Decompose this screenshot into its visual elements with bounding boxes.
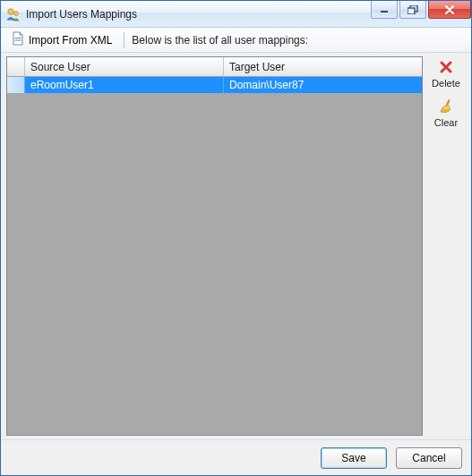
grid-body[interactable]: eRoomUser1 Domain\User87 <box>7 77 422 435</box>
table-row[interactable]: eRoomUser1 Domain\User87 <box>7 77 422 93</box>
clear-label: Clear <box>434 117 458 128</box>
document-icon <box>11 31 25 48</box>
column-header-source[interactable]: Source User <box>25 57 224 76</box>
delete-icon <box>437 58 455 76</box>
cell-target-user[interactable]: Domain\User87 <box>224 77 422 93</box>
grid-header-gutter <box>7 57 25 76</box>
close-button[interactable] <box>428 1 471 19</box>
import-from-xml-label: Import From XML <box>29 34 112 47</box>
app-icon <box>6 7 21 21</box>
cell-source-user[interactable]: eRoomUser1 <box>25 77 224 93</box>
toolbar: Import From XML Below is the list of all… <box>1 28 471 53</box>
footer: Save Cancel <box>1 439 471 475</box>
svg-rect-6 <box>15 40 21 41</box>
side-actions: Delete Clear <box>426 56 466 436</box>
row-gutter <box>7 77 25 93</box>
mappings-grid[interactable]: Source User Target User eRoomUser1 Domai… <box>6 56 423 436</box>
broom-icon <box>437 98 455 115</box>
column-header-target[interactable]: Target User <box>224 57 422 76</box>
window-title: Import Users Mappings <box>26 8 137 21</box>
dialog-window: Import Users Mappings <box>0 0 472 476</box>
svg-rect-4 <box>408 8 415 14</box>
toolbar-separator <box>124 32 124 48</box>
titlebar: Import Users Mappings <box>1 1 471 28</box>
clear-button[interactable]: Clear <box>434 98 458 128</box>
window-controls <box>371 1 471 27</box>
save-button[interactable]: Save <box>321 447 387 469</box>
grid-header: Source User Target User <box>7 57 422 77</box>
maximize-button[interactable] <box>399 1 426 19</box>
svg-point-1 <box>14 11 19 15</box>
cancel-button[interactable]: Cancel <box>396 447 462 469</box>
svg-rect-2 <box>381 11 388 13</box>
svg-rect-5 <box>15 38 21 38</box>
import-from-xml-button[interactable]: Import From XML <box>6 29 116 51</box>
svg-point-0 <box>8 8 13 13</box>
minimize-button[interactable] <box>371 1 398 19</box>
toolbar-caption: Below is the list of all user mappings: <box>132 34 308 47</box>
delete-button[interactable]: Delete <box>432 58 460 89</box>
main-area: Source User Target User eRoomUser1 Domai… <box>1 53 471 439</box>
delete-label: Delete <box>432 78 460 89</box>
